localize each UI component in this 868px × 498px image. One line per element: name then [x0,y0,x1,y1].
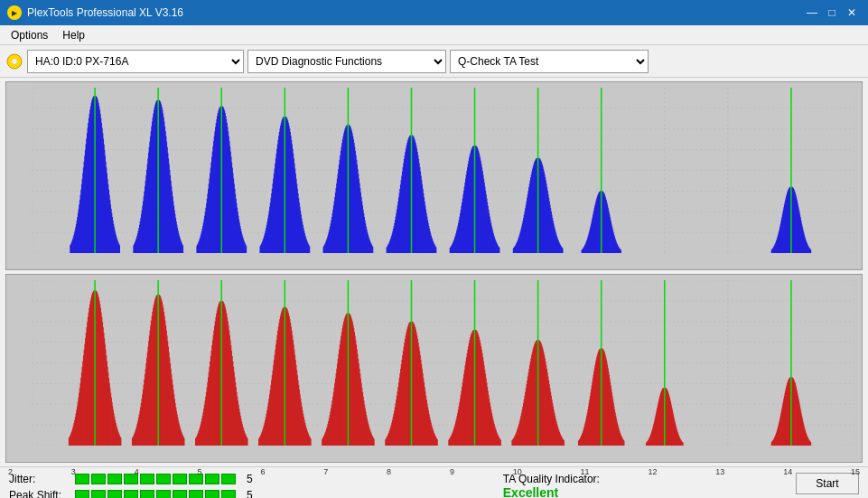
peak-seg-3 [107,490,122,498]
svg-point-1 [12,59,17,64]
metrics-left: Jitter: 5 Peak Shift: [9,473,253,498]
peak-seg-4 [124,490,138,498]
peak-seg-2 [91,490,106,498]
peak-shift-bar [75,490,236,498]
test-selector[interactable]: Q-Check TA Test [450,50,649,73]
peak-shift-row: Peak Shift: 5 [9,489,253,498]
quality-section: TA Quality Indicator: Excellent [503,473,600,498]
app-icon: ▶ [7,5,22,20]
peak-seg-7 [173,490,187,498]
quality-value: Excellent [503,485,558,498]
peak-seg-5 [140,490,154,498]
menu-bar: Options Help [0,25,868,45]
peak-seg-10 [221,490,236,498]
peak-seg-8 [189,490,203,498]
app-title: PlexTools Professional XL V3.16 [27,6,183,19]
disc-icon [5,52,23,70]
blue-chart-inner [32,88,854,253]
menu-help[interactable]: Help [55,27,92,43]
menu-options[interactable]: Options [4,27,55,43]
peak-seg-6 [156,490,171,498]
red-chart-container: 0 0.5 1 1.5 2 2.5 3 3.5 4 2 3 4 5 6 7 8 … [5,274,863,463]
close-button[interactable]: ✕ [843,5,861,21]
peak-seg-9 [205,490,219,498]
red-chart-canvas [32,280,854,446]
window-controls: — □ ✕ [803,5,861,21]
peak-seg-1 [75,490,89,498]
red-chart-x-axis: 2 3 4 5 6 7 8 9 10 11 12 13 14 15 [6,467,862,476]
title-bar: ▶ PlexTools Professional XL V3.16 — □ ✕ [0,0,868,25]
blue-chart-canvas [32,88,854,253]
blue-chart-container: 0 0.5 1 1.5 2 2.5 3 3.5 4 2 3 4 5 6 7 8 … [5,81,863,270]
peak-shift-value: 5 [247,489,253,498]
start-section: Start i [796,473,859,498]
peak-shift-label: Peak Shift: [9,489,68,498]
function-selector[interactable]: DVD Diagnostic Functions [247,50,446,73]
maximize-button[interactable]: □ [823,5,841,21]
charts-area: 0 0.5 1 1.5 2 2.5 3 3.5 4 2 3 4 5 6 7 8 … [0,78,868,466]
toolbar: HA:0 ID:0 PX-716A DVD Diagnostic Functio… [0,45,868,78]
red-chart-inner [32,280,854,446]
drive-selector[interactable]: HA:0 ID:0 PX-716A [27,50,244,73]
minimize-button[interactable]: — [803,5,821,21]
